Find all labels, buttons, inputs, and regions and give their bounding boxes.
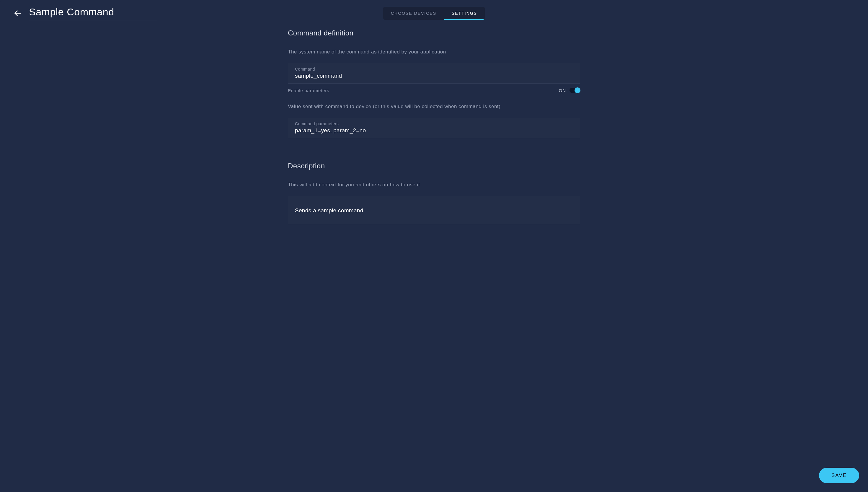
enable-parameters-label: Enable parameters	[288, 88, 329, 93]
tab-group: CHOOSE DEVICES SETTINGS	[383, 7, 485, 20]
back-button[interactable]	[12, 7, 24, 19]
command-title-input[interactable]	[29, 6, 157, 20]
section-heading-description: Description	[288, 162, 580, 170]
command-parameters-field[interactable]: Command parameters	[288, 118, 580, 138]
command-parameters-label: Command parameters	[295, 121, 573, 126]
header-bar: CHOOSE DEVICES SETTINGS	[0, 0, 868, 26]
tab-settings[interactable]: SETTINGS	[444, 7, 485, 20]
help-text-command: The system name of the command as identi…	[288, 49, 580, 55]
content-scroll[interactable]: Command definition The system name of th…	[0, 26, 868, 461]
arrow-left-icon	[14, 9, 22, 18]
command-field-label: Command	[295, 67, 573, 71]
description-field[interactable]	[288, 196, 580, 224]
command-parameters-input[interactable]	[295, 127, 573, 134]
section-heading-definition: Command definition	[288, 29, 580, 37]
help-text-parameters: Value sent with command to device (or th…	[288, 104, 580, 109]
toggle-knob	[575, 88, 581, 93]
save-button[interactable]: SAVE	[819, 468, 859, 483]
content-inner: Command definition The system name of th…	[288, 26, 580, 224]
app-window: CHOOSE DEVICES SETTINGS Command definiti…	[0, 0, 868, 492]
toggle-state-text: ON	[559, 88, 566, 93]
toggle-right-group: ON	[559, 88, 581, 93]
tab-choose-devices[interactable]: CHOOSE DEVICES	[383, 7, 444, 20]
enable-parameters-toggle[interactable]	[569, 88, 580, 93]
command-input[interactable]	[295, 73, 573, 79]
help-text-description: This will add context for you and others…	[288, 182, 580, 188]
footer-bar: SAVE	[0, 461, 868, 492]
command-field[interactable]: Command	[288, 63, 580, 83]
description-textarea[interactable]	[295, 207, 573, 214]
enable-parameters-row: Enable parameters ON	[288, 88, 580, 93]
